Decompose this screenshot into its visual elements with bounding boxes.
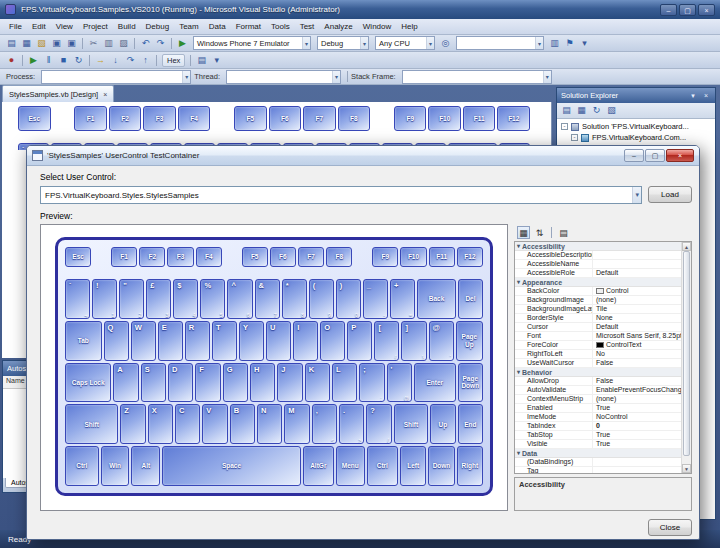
redo-icon[interactable]: ↷ <box>154 37 167 50</box>
menu-build[interactable]: Build <box>113 21 141 32</box>
tab-stylessamples-design[interactable]: StylesSamples.vb [Design] × <box>2 85 114 102</box>
alphabetical-icon[interactable]: ⇅ <box>533 226 546 239</box>
key-t[interactable]: T <box>212 321 237 361</box>
key-left[interactable]: Left <box>400 446 426 486</box>
key-tab[interactable]: Tab <box>65 321 102 361</box>
menu-team[interactable]: Team <box>174 21 204 32</box>
key-f10[interactable]: F10 <box>428 106 461 131</box>
refresh-icon[interactable]: ↻ <box>590 104 603 117</box>
menu-format[interactable]: Format <box>231 21 266 32</box>
key-f6[interactable]: F6 <box>270 247 296 267</box>
key-sym[interactable]: [{ <box>374 321 399 361</box>
property-row-backgroundimage[interactable]: BackgroundImage(none) <box>515 296 691 305</box>
key-right[interactable]: Right <box>457 446 483 486</box>
key-f9[interactable]: F9 <box>394 106 427 131</box>
new-window-icon[interactable]: ▤ <box>5 37 18 50</box>
key-sym[interactable]: £3 <box>146 279 171 319</box>
property-row-imemode[interactable]: ImeModeNoControl <box>515 413 691 422</box>
menu-file[interactable]: File <box>4 21 27 32</box>
property-row-tag[interactable]: Tag <box>515 467 691 474</box>
key-shift[interactable]: Shift <box>394 404 429 444</box>
output-window-icon[interactable]: ▤ <box>195 54 208 67</box>
cut-icon[interactable]: ✂ <box>87 37 100 50</box>
property-row-allowdrop[interactable]: AllowDropFalse <box>515 377 691 386</box>
key-space[interactable]: Space <box>162 446 300 486</box>
key-sym[interactable]: )0 <box>336 279 361 319</box>
show-next-statement-icon[interactable]: → <box>94 54 107 67</box>
menu-data[interactable]: Data <box>204 21 231 32</box>
properties-scrollbar[interactable]: ▲ ▼ <box>681 242 691 473</box>
key-end[interactable]: End <box>458 404 483 444</box>
menu-debug[interactable]: Debug <box>141 21 175 32</box>
key-q[interactable]: Q <box>104 321 129 361</box>
property-category-data[interactable]: ▾Data <box>515 449 691 458</box>
key-sym[interactable]: &7 <box>255 279 280 319</box>
properties-window-icon[interactable]: ▤ <box>560 104 573 117</box>
load-button[interactable]: Load <box>648 186 692 203</box>
copy-icon[interactable]: ▥ <box>102 37 115 50</box>
key-f4[interactable]: F4 <box>178 106 211 131</box>
view-code-icon[interactable]: ▧ <box>605 104 618 117</box>
step-into-icon[interactable]: ↓ <box>109 54 122 67</box>
breakpoint-icon[interactable]: ● <box>5 54 18 67</box>
key-f7[interactable]: F7 <box>303 106 336 131</box>
property-category-accessibility[interactable]: ▾Accessibility <box>515 242 691 251</box>
menu-tools[interactable]: Tools <box>266 21 295 32</box>
key-ctrl[interactable]: Ctrl <box>367 446 398 486</box>
key-b[interactable]: B <box>230 404 255 444</box>
key-a[interactable]: A <box>113 363 138 403</box>
key-sym[interactable]: ;: <box>359 363 384 403</box>
key-f7[interactable]: F7 <box>298 247 324 267</box>
property-row-backgroundimagelayout[interactable]: BackgroundImageLayoutTile <box>515 305 691 314</box>
key-f3[interactable]: F3 <box>143 106 176 131</box>
save-all-icon[interactable]: ▣ <box>65 37 78 50</box>
key-up[interactable]: Up <box>430 404 455 444</box>
property-row-accessibledescription[interactable]: AccessibleDescription <box>515 251 691 260</box>
key-o[interactable]: O <box>320 321 345 361</box>
restart-icon[interactable]: ↻ <box>72 54 85 67</box>
key-y[interactable]: Y <box>239 321 264 361</box>
key-k[interactable]: K <box>305 363 330 403</box>
solution-configuration-combo[interactable]: Debug ▾ <box>317 36 369 50</box>
minimize-icon[interactable]: – <box>624 149 644 162</box>
close-icon[interactable]: × <box>701 92 711 99</box>
key-sym[interactable]: ?/ <box>366 404 391 444</box>
thread-combo[interactable]: ▾ <box>226 70 341 84</box>
menu-analyze[interactable]: Analyze <box>319 21 357 32</box>
open-file-icon[interactable]: ▧ <box>35 37 48 50</box>
property-row-backcolor[interactable]: BackColorControl <box>515 287 691 296</box>
property-category-appearance[interactable]: ▾Appearance <box>515 278 691 287</box>
user-control-combo[interactable]: FPS.VirtualKeyboard.Styles.StylesSamples… <box>40 186 642 204</box>
property-row-autovalidate[interactable]: AutoValidateEnablePreventFocusChange <box>515 386 691 395</box>
key-f4[interactable]: F4 <box>196 247 222 267</box>
solution-platform-combo[interactable]: Any CPU ▾ <box>375 36 435 50</box>
key-f3[interactable]: F3 <box>167 247 193 267</box>
continue-icon[interactable]: ▶ <box>27 54 40 67</box>
key-enter[interactable]: Enter <box>414 363 456 403</box>
key-h[interactable]: H <box>250 363 275 403</box>
collapse-arrow-icon[interactable]: ▾ <box>517 242 520 251</box>
key-sym[interactable]: `¬ <box>65 279 90 319</box>
minimize-icon[interactable]: – <box>660 4 677 16</box>
close-icon[interactable]: × <box>698 4 715 16</box>
step-over-icon[interactable]: ↷ <box>124 54 137 67</box>
property-row-forecolor[interactable]: ForeColorControlText <box>515 341 691 350</box>
menu-help[interactable]: Help <box>396 21 422 32</box>
key-sym[interactable]: $4 <box>173 279 198 319</box>
undo-icon[interactable]: ↶ <box>139 37 152 50</box>
find-icon[interactable]: ◎ <box>439 37 452 50</box>
expander-icon[interactable]: - <box>571 134 578 141</box>
key-j[interactable]: J <box>277 363 302 403</box>
auto-hide-pin-icon[interactable]: ▾ <box>688 92 698 100</box>
property-row-cursor[interactable]: CursorDefault <box>515 323 691 332</box>
key-sym[interactable]: ^6 <box>227 279 252 319</box>
key-f[interactable]: F <box>195 363 220 403</box>
paste-icon[interactable]: ▨ <box>117 37 130 50</box>
property-row-tabstop[interactable]: TabStopTrue <box>515 431 691 440</box>
key-f9[interactable]: F9 <box>372 247 398 267</box>
break-all-icon[interactable]: ‖ <box>42 54 55 67</box>
scroll-up-icon[interactable]: ▲ <box>682 242 691 251</box>
key-m[interactable]: M <box>284 404 309 444</box>
menu-view[interactable]: View <box>51 21 78 32</box>
key-f12[interactable]: F12 <box>457 247 483 267</box>
